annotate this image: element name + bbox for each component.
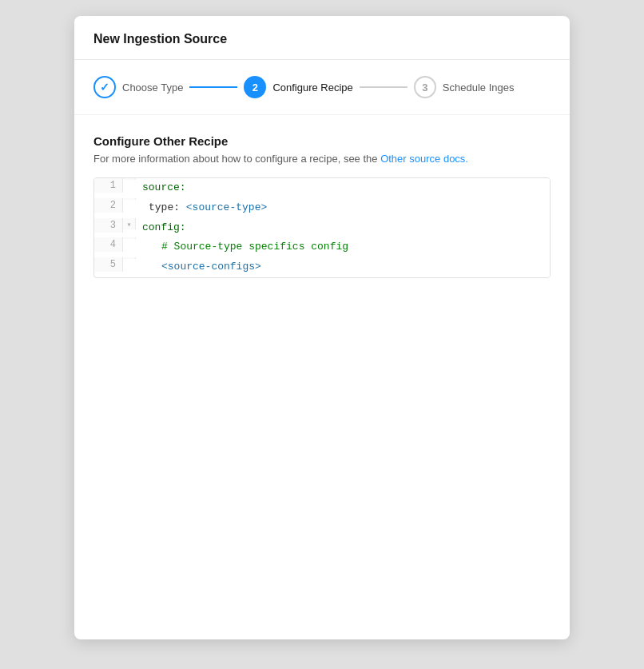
line-number-5: 5 [94,257,123,272]
modal: New Ingestion Source ✓ Choose Type 2 Con… [74,16,570,639]
fold-2 [123,198,136,200]
line-number-1: 1 [94,178,123,193]
step-configure-recipe: 2 Configure Recipe [244,76,352,98]
code-comment: # Source-type specifics config [161,241,348,253]
line-number-2: 2 [94,198,123,213]
modal-title: New Ingestion Source [93,32,551,46]
code-key-source: source: [142,181,186,193]
description-text: For more information about how to config… [93,153,380,165]
step-3-number: 3 [422,82,427,94]
code-content-2: type: <source-type> [136,198,550,218]
code-key-config: config: [142,221,186,233]
modal-body: Configure Other Recipe For more informat… [74,115,570,639]
stepper: ✓ Choose Type 2 Configure Recipe 3 Sched… [74,60,570,115]
step-2-circle: 2 [244,76,266,98]
code-content-5: <source-configs> [136,257,550,277]
step-1-label: Choose Type [122,82,183,94]
code-line-3: 3 ▾ config: [94,218,550,238]
step-3-label: Schedule Inges [443,82,515,94]
fold-3[interactable]: ▾ [123,218,136,229]
step-3-circle: 3 [414,76,436,98]
step-1-circle: ✓ [93,76,116,98]
connector-2 [360,86,407,88]
modal-header: New Ingestion Source [74,16,570,60]
code-line-2: 2 type: <source-type> [94,198,550,218]
code-editor[interactable]: 1 source: 2 type: <source-type> 3 ▾ con [93,177,551,278]
code-content-4: # Source-type specifics config [136,237,550,257]
checkmark-icon: ✓ [100,81,109,94]
code-content-3: config: [136,218,550,238]
code-placeholder-source-configs: <source-configs> [161,261,261,273]
step-choose-type: ✓ Choose Type [93,76,183,98]
code-text-type: type: [149,201,186,213]
code-line-1: 1 source: [94,178,550,198]
step-2-number: 2 [252,82,258,94]
section-title: Configure Other Recipe [93,134,551,148]
connector-1 [189,86,237,88]
step-2-label: Configure Recipe [272,82,352,94]
line-number-4: 4 [94,237,123,252]
section-description: For more information about how to config… [93,153,551,165]
code-line-4: 4 # Source-type specifics config [94,237,550,257]
code-placeholder-source-type: <source-type> [186,201,267,213]
code-line-5: 5 <source-configs> [94,257,550,277]
fold-5 [123,257,136,259]
fold-1 [123,178,136,180]
docs-link[interactable]: Other source docs. [380,153,468,165]
code-content-1: source: [136,178,550,198]
step-schedule-ingestion: 3 Schedule Inges [414,76,515,98]
line-number-3: 3 [94,218,123,233]
fold-4 [123,237,136,239]
